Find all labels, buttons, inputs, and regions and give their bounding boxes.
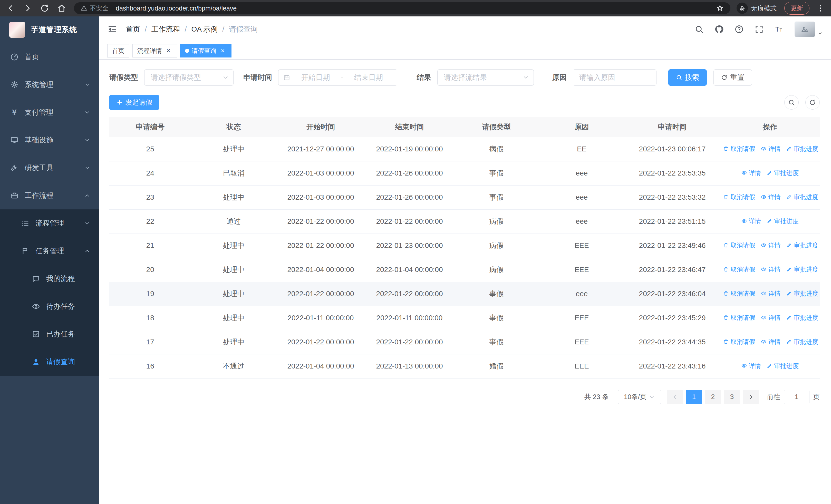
create-leave-button[interactable]: 发起请假 [109, 95, 159, 110]
incognito-circle [737, 3, 748, 14]
browser-update-button[interactable]: 更新 [784, 2, 809, 14]
approval-progress-link[interactable]: 审批进度 [767, 169, 799, 177]
detail-link[interactable]: 详情 [741, 362, 761, 370]
refresh-table-button[interactable] [805, 95, 820, 110]
approval-progress-link[interactable]: 审批进度 [786, 193, 818, 201]
user-avatar-menu[interactable] [795, 22, 823, 37]
approval-progress-link[interactable]: 审批进度 [786, 265, 818, 273]
github-icon[interactable] [715, 25, 724, 34]
detail-link[interactable]: 详情 [761, 338, 780, 346]
avatar[interactable] [795, 22, 815, 37]
approval-progress-link[interactable]: 审批进度 [786, 241, 818, 249]
cancel-leave-link[interactable]: 取消请假 [723, 145, 755, 153]
sidebar-item-leave-query[interactable]: 请假查询 [0, 348, 99, 376]
breadcrumb-separator: / [222, 25, 224, 33]
table-row: 19处理中2022-01-22 00:00:002022-01-22 00:00… [109, 282, 820, 306]
toggle-search-button[interactable] [784, 95, 799, 110]
sidebar-item-my-process[interactable]: 我的流程 [0, 265, 99, 293]
reset-button[interactable]: 重置 [713, 69, 752, 86]
cancel-leave-link[interactable]: 取消请假 [723, 241, 755, 249]
start-date-input[interactable] [292, 73, 339, 82]
page-button-2[interactable]: 2 [705, 390, 721, 404]
tab-home[interactable]: 首页 [107, 44, 130, 58]
detail-link[interactable]: 详情 [761, 265, 780, 273]
url-bar[interactable]: 不安全 dashboard.yudao.iocoder.cn/bpm/oa/le… [74, 2, 730, 14]
action-label: 详情 [768, 145, 780, 153]
bookmark-star-icon[interactable] [716, 4, 724, 12]
approval-progress-link[interactable]: 审批进度 [786, 314, 818, 322]
close-icon[interactable]: × [165, 47, 172, 55]
fullscreen-icon[interactable] [754, 25, 764, 34]
cell-apply-time: 2022-01-22 23:45:29 [624, 306, 720, 330]
sidebar-item-todo-tasks[interactable]: 待办任务 [0, 293, 99, 320]
cell-apply-time: 2022-01-22 23:51:15 [624, 209, 720, 234]
detail-link[interactable]: 详情 [761, 314, 780, 322]
cancel-leave-link[interactable]: 取消请假 [723, 265, 755, 273]
help-icon[interactable] [735, 25, 744, 34]
approval-progress-link[interactable]: 审批进度 [786, 338, 818, 346]
cell-leave-type: 事假 [454, 185, 539, 209]
detail-link[interactable]: 详情 [761, 241, 780, 249]
forward-icon[interactable] [23, 4, 32, 13]
next-page-button[interactable] [743, 390, 759, 404]
font-size-icon[interactable]: TT [775, 25, 784, 34]
security-indicator[interactable]: 不安全 [81, 4, 108, 12]
sidebar-collapse-icon[interactable] [107, 24, 118, 34]
sidebar-item-infrastructure[interactable]: 基础设施 [0, 126, 99, 154]
detail-link[interactable]: 详情 [761, 145, 780, 153]
leave-type-select[interactable] [144, 69, 233, 86]
search-icon[interactable] [694, 25, 704, 34]
cell-start-time: 2022-01-22 00:00:00 [276, 282, 365, 306]
detail-link[interactable]: 详情 [761, 193, 780, 201]
approval-progress-link[interactable]: 审批进度 [767, 362, 799, 370]
tab-process-detail[interactable]: 流程详情× [133, 44, 177, 58]
breadcrumb-item-workflow[interactable]: 工作流程 [151, 24, 180, 34]
header-actions: TT [694, 22, 823, 37]
breadcrumb-item-home[interactable]: 首页 [126, 24, 140, 34]
date-range-picker[interactable]: - [278, 69, 397, 86]
sidebar-item-done-tasks[interactable]: 已办任务 [0, 320, 99, 348]
sidebar-item-process-management[interactable]: 流程管理 [0, 209, 99, 237]
create-leave-label: 发起请假 [125, 98, 152, 107]
search-button[interactable]: 搜索 [668, 69, 707, 86]
sidebar-item-payment-management[interactable]: ¥支付管理 [0, 98, 99, 126]
approval-progress-link[interactable]: 审批进度 [786, 290, 818, 298]
delete-icon [723, 339, 729, 345]
cell-application-id: 16 [109, 354, 191, 378]
detail-link[interactable]: 详情 [741, 217, 761, 225]
sidebar-item-workflow[interactable]: 工作流程 [0, 182, 99, 209]
page-button-1[interactable]: 1 [686, 390, 702, 404]
detail-link[interactable]: 详情 [761, 290, 780, 298]
prev-page-button[interactable] [667, 390, 683, 404]
action-label: 详情 [768, 338, 780, 346]
cell-status: 不通过 [191, 354, 276, 378]
cancel-leave-link[interactable]: 取消请假 [723, 290, 755, 298]
end-date-input[interactable] [345, 73, 393, 82]
page-button-3[interactable]: 3 [724, 390, 740, 404]
cancel-leave-link[interactable]: 取消请假 [723, 338, 755, 346]
cancel-leave-link[interactable]: 取消请假 [723, 314, 755, 322]
goto-page-input[interactable] [784, 390, 809, 404]
page-size-select[interactable]: 10条/页 [618, 390, 661, 404]
refresh-icon [721, 74, 727, 81]
cancel-leave-link[interactable]: 取消请假 [723, 193, 755, 201]
breadcrumb-item-oa-example[interactable]: OA 示例 [192, 24, 218, 34]
result-select[interactable] [437, 69, 534, 86]
sidebar-item-home[interactable]: 首页 [0, 43, 99, 71]
close-icon[interactable]: × [219, 47, 227, 55]
sidebar-item-dev-tools[interactable]: 研发工具 [0, 154, 99, 182]
sidebar-item-task-management[interactable]: 任务管理 [0, 237, 99, 265]
sidebar-item-system-management[interactable]: 系统管理 [0, 71, 99, 98]
detail-link[interactable]: 详情 [741, 169, 761, 177]
tab-leave-query[interactable]: 请假查询× [180, 44, 231, 58]
approval-progress-link[interactable]: 审批进度 [786, 145, 818, 153]
browser-menu-kebab-icon[interactable] [816, 4, 825, 12]
reload-icon[interactable] [40, 4, 49, 13]
column-header-leave-type: 请假类型 [454, 117, 539, 137]
back-icon[interactable] [6, 4, 16, 13]
approval-progress-link[interactable]: 审批进度 [767, 217, 799, 225]
sidebar-nav: 首页系统管理¥支付管理基础设施研发工具工作流程流程管理任务管理我的流程待办任务已… [0, 43, 99, 376]
reason-input[interactable] [573, 69, 657, 86]
home-icon[interactable] [57, 4, 66, 13]
cell-actions: 详情审批进度 [720, 209, 820, 234]
